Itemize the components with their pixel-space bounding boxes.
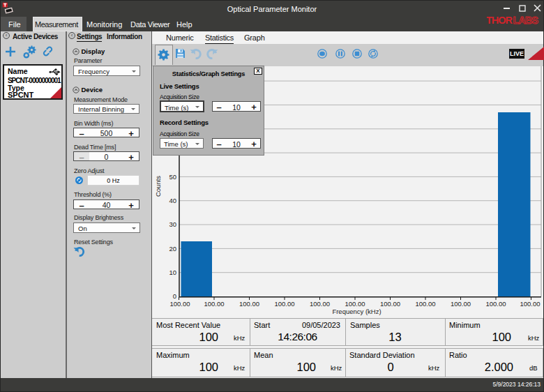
- svg-text:100.00: 100.00: [274, 300, 294, 308]
- svg-text:THOR: THOR: [487, 15, 513, 25]
- svg-text:40: 40: [169, 197, 176, 204]
- svg-text:100.00: 100.00: [451, 300, 471, 308]
- svg-text:20: 20: [169, 245, 176, 252]
- svg-text:100.00: 100.00: [415, 300, 435, 308]
- svg-text:LABS: LABS: [513, 15, 539, 25]
- svg-text:100.00: 100.00: [239, 300, 259, 308]
- svg-text:100.00: 100.00: [485, 300, 506, 308]
- svg-text:100.00: 100.00: [345, 300, 365, 308]
- svg-text:Counts: Counts: [154, 176, 162, 197]
- svg-text:Frequency (kHz): Frequency (kHz): [332, 308, 381, 315]
- svg-text:100.00: 100.00: [204, 300, 224, 308]
- svg-text:100.00: 100.00: [520, 300, 540, 308]
- svg-text:100.00: 100.00: [310, 300, 330, 308]
- svg-text:100.00: 100.00: [380, 300, 400, 308]
- svg-text:10: 10: [169, 269, 176, 276]
- svg-text:0: 0: [173, 292, 176, 300]
- svg-text:30: 30: [169, 220, 176, 228]
- svg-text:50: 50: [169, 173, 176, 181]
- svg-text:100.00: 100.00: [169, 300, 190, 308]
